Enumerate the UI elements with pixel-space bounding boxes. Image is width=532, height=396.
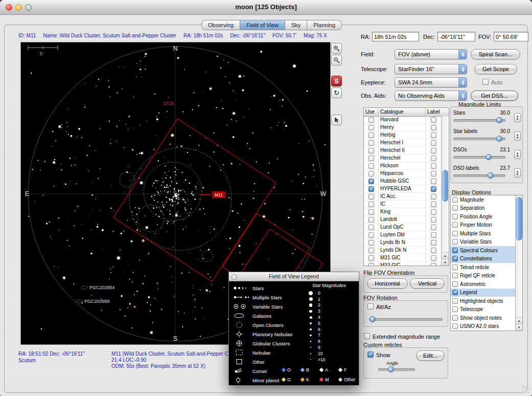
checkbox[interactable] xyxy=(452,248,458,253)
checkbox[interactable] xyxy=(452,273,458,278)
display-options-list[interactable]: MagnitudeSeparationPosition AngleProper … xyxy=(450,195,523,331)
label-checkbox[interactable] xyxy=(431,255,436,261)
slider-thumb[interactable] xyxy=(388,366,394,372)
use-checkbox[interactable] xyxy=(368,179,374,184)
label-checkbox[interactable] xyxy=(431,133,436,138)
checkbox[interactable] xyxy=(452,205,458,211)
use-checkbox[interactable] xyxy=(368,194,374,200)
get-dss-button[interactable]: Get DSS... xyxy=(471,91,518,101)
scroll-down-icon[interactable]: ▼ xyxy=(442,259,449,266)
label-checkbox[interactable] xyxy=(431,217,436,223)
edit-reticles-button[interactable]: Edit... xyxy=(416,350,445,361)
dso-labels-slider[interactable] xyxy=(453,172,505,179)
checkbox[interactable] xyxy=(452,323,458,329)
catalogue-row-m33-glc[interactable]: M33 GlC xyxy=(364,262,442,266)
catalogue-row-herbig[interactable]: Herbig xyxy=(364,131,442,139)
label-checkbox[interactable] xyxy=(431,186,436,192)
get-scope-button[interactable]: Get Scope xyxy=(474,64,517,74)
use-checkbox[interactable] xyxy=(368,240,374,246)
use-checkbox[interactable] xyxy=(368,255,374,261)
fov-rotation-slider[interactable] xyxy=(369,316,443,322)
angle-slider[interactable] xyxy=(378,366,415,372)
catalogue-row-lynds-dk-n[interactable]: Lynds Dk N xyxy=(364,247,442,254)
tab-sky[interactable]: Sky xyxy=(285,20,307,30)
field-dropdown[interactable]: FOV (above) xyxy=(395,49,467,59)
display-option-separation[interactable]: Separation xyxy=(451,204,516,213)
label-checkbox[interactable] xyxy=(431,202,436,207)
catalogue-row-herschel[interactable]: Herschel xyxy=(364,155,442,162)
catalogue-row-king[interactable]: King xyxy=(364,208,442,216)
slider-thumb[interactable] xyxy=(488,172,494,179)
checkbox[interactable] xyxy=(452,256,458,261)
catalogue-row-ic[interactable]: IC xyxy=(364,201,442,208)
use-checkbox[interactable] xyxy=(368,163,374,169)
display-option-show-object-notes[interactable]: Show object notes xyxy=(451,314,516,322)
slider-thumb[interactable] xyxy=(496,136,502,142)
catalogue-scrollbar[interactable]: ▲▼ xyxy=(441,116,449,266)
display-option-variable-stars[interactable]: Variable Stars xyxy=(451,238,516,247)
catalogue-row-harvard[interactable]: Harvard xyxy=(364,116,442,124)
slider-thumb[interactable] xyxy=(369,316,376,322)
tab-field-of-view[interactable]: Field of View xyxy=(240,20,285,30)
eyepiece-dropdown[interactable]: SWA 24.5mm xyxy=(395,77,467,87)
dec-field[interactable]: -06°16'11" xyxy=(437,32,475,41)
use-checkbox[interactable] xyxy=(368,186,374,192)
label-checkbox[interactable] xyxy=(431,117,436,123)
display-option-magnitude[interactable]: Magnitude xyxy=(451,195,516,204)
extended-mag-checkbox[interactable] xyxy=(364,333,370,339)
resize-grip[interactable] xyxy=(522,386,529,393)
legend-window[interactable]: Field of View Legend StarsMultiple Stars… xyxy=(228,272,359,385)
label-checkbox[interactable] xyxy=(431,225,436,230)
checkbox[interactable] xyxy=(452,298,458,304)
label-checkbox[interactable] xyxy=(431,179,436,184)
star-labels-stepper[interactable]: ▲▼ xyxy=(514,131,521,141)
catalogue-table[interactable]: Use Catalogue Label HarvardHenryHerbigHe… xyxy=(363,107,449,266)
checkbox[interactable] xyxy=(452,222,458,228)
display-option-proper-motion[interactable]: Proper Motion xyxy=(451,221,516,230)
altaz-checkbox[interactable] xyxy=(367,303,374,310)
rotate-button[interactable]: ↻ xyxy=(331,87,342,98)
flip-vertical-button[interactable]: Vertical xyxy=(410,278,445,289)
zoom-in-button[interactable] xyxy=(331,43,342,54)
label-checkbox[interactable] xyxy=(431,263,436,266)
checkbox[interactable] xyxy=(452,306,458,312)
catalogue-row-hubble-gsc[interactable]: Hubble GSC xyxy=(364,178,442,185)
display-option-multiple-stars[interactable]: Multiple Stars xyxy=(451,229,516,238)
label-checkbox[interactable] xyxy=(431,148,436,153)
display-option-rigel-qf-reticle[interactable]: Rigel QF reticle xyxy=(451,272,516,280)
catalogue-row-hickson[interactable]: Hickson xyxy=(364,162,442,170)
show-reticles-checkbox[interactable] xyxy=(367,351,374,358)
dso-labels-stepper[interactable]: ▲▼ xyxy=(514,168,521,178)
catalogue-row-luyten-dbl[interactable]: Luyten Dbl xyxy=(364,231,442,239)
tab-observing[interactable]: Observing xyxy=(201,20,240,30)
slider-thumb[interactable] xyxy=(496,117,502,123)
catalogue-row-hipparcos[interactable]: Hipparcos xyxy=(364,170,442,178)
use-checkbox[interactable] xyxy=(368,140,374,146)
checkbox[interactable] xyxy=(452,265,458,270)
label-checkbox[interactable] xyxy=(431,171,436,177)
label-checkbox[interactable] xyxy=(431,248,436,253)
spiral-scan-button[interactable]: Spiral Scan... xyxy=(471,49,520,59)
display-option-telrad-reticle[interactable]: Telrad reticle xyxy=(451,263,516,272)
use-checkbox[interactable] xyxy=(368,117,374,123)
catalogue-row-herschel-i[interactable]: Herschel I xyxy=(364,139,442,147)
checkbox[interactable] xyxy=(452,290,458,295)
use-checkbox[interactable] xyxy=(368,263,374,266)
use-checkbox[interactable] xyxy=(368,202,374,207)
label-checkbox[interactable] xyxy=(431,125,436,130)
scroll-up-icon[interactable]: ▲ xyxy=(516,317,522,324)
catalogue-row-lynds-br-n[interactable]: Lynds Br N xyxy=(364,239,442,247)
scroll-down-icon[interactable]: ▼ xyxy=(516,324,522,331)
scroll-up-icon[interactable]: ▲ xyxy=(442,252,449,259)
ra-field[interactable]: 18h 51m 02s xyxy=(372,32,419,41)
fov-field[interactable]: 0° 50.69' xyxy=(494,32,528,41)
use-checkbox[interactable] xyxy=(368,225,374,230)
zoom-out-button[interactable] xyxy=(331,55,342,65)
use-checkbox[interactable] xyxy=(368,125,374,130)
dsos-slider[interactable] xyxy=(453,154,505,160)
use-checkbox[interactable] xyxy=(368,133,374,138)
display-option-constellations[interactable]: Constellations xyxy=(451,255,516,263)
label-checkbox[interactable] xyxy=(431,240,436,246)
south-up-button[interactable]: S xyxy=(331,76,342,86)
title-bar[interactable]: moon [125 Objects] xyxy=(0,0,532,15)
